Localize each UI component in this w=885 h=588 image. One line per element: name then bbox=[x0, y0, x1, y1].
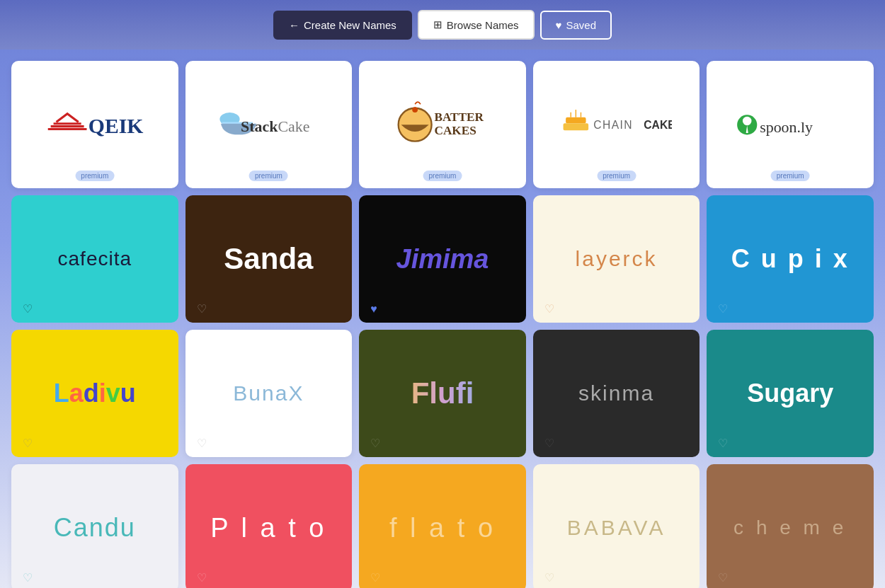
card-cupix[interactable]: C u p i x ♡ bbox=[707, 195, 874, 323]
sanda-label: Sanda bbox=[210, 228, 327, 290]
heart-saved-icon: ♥ bbox=[556, 19, 562, 31]
premium-badge-spoonly: premium bbox=[771, 171, 810, 181]
cupix-label: C u p i x bbox=[717, 230, 864, 288]
heart-icon-cheme[interactable]: ♡ bbox=[718, 571, 728, 584]
jimima-label: Jimima bbox=[382, 230, 503, 289]
card-skinma[interactable]: skinma ♡ bbox=[533, 330, 700, 457]
browse-names-label: Browse Names bbox=[447, 19, 519, 31]
heart-icon-cafecita[interactable]: ♡ bbox=[23, 302, 33, 316]
svg-text:StackCake: StackCake bbox=[241, 117, 309, 134]
svg-text:QEIK: QEIK bbox=[88, 115, 143, 137]
heart-icon-sugary[interactable]: ♡ bbox=[718, 437, 728, 450]
sugary-label: Sugary bbox=[733, 364, 847, 422]
svg-text:CAKES: CAKES bbox=[434, 123, 476, 137]
card-stackcake[interactable]: StackCake premium bbox=[185, 61, 353, 188]
svg-rect-10 bbox=[566, 117, 586, 123]
svg-point-7 bbox=[412, 107, 418, 113]
heart-icon-bunax[interactable]: ♡ bbox=[197, 437, 207, 450]
card-flato[interactable]: f l a t o ♡ bbox=[359, 464, 526, 588]
bunax-label: BunaX bbox=[219, 367, 318, 420]
card-cafecita[interactable]: cafecita ♡ bbox=[11, 195, 178, 323]
svg-text:CHAIN: CHAIN bbox=[594, 119, 634, 131]
heart-icon-babava[interactable]: ♡ bbox=[544, 571, 554, 584]
heart-icon-skinma[interactable]: ♡ bbox=[544, 437, 554, 450]
card-candu[interactable]: Candu ♡ bbox=[11, 464, 178, 588]
layerck-label: layerck bbox=[561, 233, 672, 285]
heart-icon-flato[interactable]: ♡ bbox=[370, 571, 380, 584]
card-cheme[interactable]: c h e m e ♡ bbox=[707, 464, 874, 588]
svg-rect-11 bbox=[564, 123, 589, 130]
card-jimima[interactable]: Jimima ♥ bbox=[359, 195, 526, 323]
create-new-names-label: Create New Names bbox=[304, 19, 396, 31]
navigation-header: ← Create New Names ⊞ Browse Names ♥ Save… bbox=[0, 0, 885, 50]
card-ladivu[interactable]: Ladivu ♡ bbox=[11, 330, 178, 457]
plato-label: P l a t o bbox=[196, 499, 341, 558]
ladivu-label: Ladivu bbox=[40, 364, 150, 422]
babava-label: BABAVA bbox=[553, 502, 680, 554]
card-qeik[interactable]: QEIK premium bbox=[11, 61, 178, 188]
card-flufi[interactable]: Flufi ♡ bbox=[359, 330, 526, 457]
heart-icon-sanda[interactable]: ♡ bbox=[197, 302, 207, 316]
flufi-label: Flufi bbox=[397, 362, 489, 425]
card-chaincake[interactable]: CHAIN CAKE premium bbox=[533, 61, 700, 188]
svg-text:spoon.ly: spoon.ly bbox=[760, 117, 813, 135]
flato-label: f l a t o bbox=[375, 499, 510, 558]
heart-icon-jimima[interactable]: ♥ bbox=[370, 303, 377, 316]
create-new-names-button[interactable]: ← Create New Names bbox=[273, 11, 412, 40]
heart-icon-plato[interactable]: ♡ bbox=[197, 571, 207, 584]
heart-icon-layerck[interactable]: ♡ bbox=[544, 302, 554, 316]
heart-icon-cupix[interactable]: ♡ bbox=[718, 302, 728, 316]
card-sugary[interactable]: Sugary ♡ bbox=[707, 330, 874, 457]
stackcake-logo: StackCake bbox=[185, 75, 353, 174]
grid-icon: ⊞ bbox=[433, 18, 442, 31]
heart-icon-flufi[interactable]: ♡ bbox=[370, 437, 380, 450]
candu-label: Candu bbox=[40, 499, 150, 557]
arrow-left-icon: ← bbox=[289, 19, 299, 31]
cafecita-label: cafecita bbox=[44, 234, 147, 284]
card-babava[interactable]: BABAVA ♡ bbox=[533, 464, 700, 588]
browse-names-button[interactable]: ⊞ Browse Names bbox=[418, 10, 535, 40]
card-layerck[interactable]: layerck ♡ bbox=[533, 195, 700, 323]
premium-badge: premium bbox=[75, 171, 114, 181]
premium-badge-chaincake: premium bbox=[597, 171, 636, 181]
heart-icon-candu[interactable]: ♡ bbox=[23, 571, 33, 584]
premium-badge-battercakes: premium bbox=[423, 171, 462, 181]
card-spoonly[interactable]: spoon.ly premium bbox=[707, 61, 874, 188]
names-grid: QEIK premium StackCake premium bbox=[0, 50, 885, 588]
card-bunax[interactable]: BunaX ♡ bbox=[185, 330, 353, 457]
saved-button[interactable]: ♥ Saved bbox=[540, 11, 612, 40]
chaincake-logo: CHAIN CAKE bbox=[533, 75, 700, 174]
heart-icon-ladivu[interactable]: ♡ bbox=[23, 437, 33, 450]
card-sanda[interactable]: Sanda ♡ bbox=[185, 195, 353, 323]
saved-label: Saved bbox=[566, 19, 596, 31]
battercakes-logo: BATTER CAKES bbox=[359, 75, 526, 174]
cheme-label: c h e m e bbox=[719, 502, 861, 553]
premium-badge-stackcake: premium bbox=[249, 171, 288, 181]
svg-text:BATTER: BATTER bbox=[434, 110, 484, 124]
card-battercakes[interactable]: BATTER CAKES premium bbox=[359, 61, 526, 188]
svg-point-18 bbox=[743, 116, 752, 125]
svg-text:CAKE: CAKE bbox=[644, 119, 672, 131]
skinma-label: skinma bbox=[564, 367, 668, 420]
spoonly-logo: spoon.ly bbox=[707, 75, 874, 174]
card-plato[interactable]: P l a t o ♡ bbox=[185, 464, 353, 588]
qeik-logo: QEIK bbox=[11, 75, 178, 174]
